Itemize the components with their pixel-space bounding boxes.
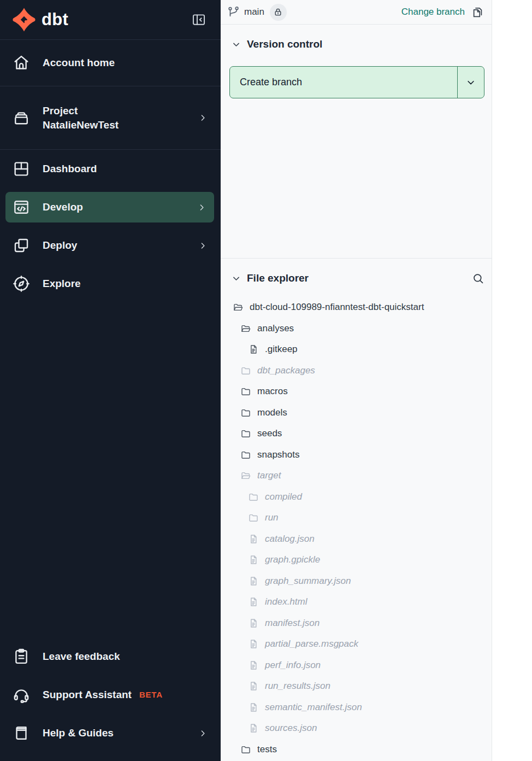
sidebar-item-sublabel: NatalieNewTest bbox=[43, 118, 119, 132]
tree-item-sources.json[interactable]: sources.json bbox=[221, 718, 492, 739]
git-branch-icon bbox=[227, 5, 240, 19]
sidebar-footer: Leave feedbackSupport AssistantBETAHelp … bbox=[0, 637, 221, 761]
tree-item-run_results.json[interactable]: run_results.json bbox=[221, 676, 492, 697]
search-icon bbox=[472, 272, 484, 285]
chevron-right-icon bbox=[198, 113, 208, 122]
folder-icon bbox=[248, 512, 259, 523]
tree-item-label: semantic_manifest.json bbox=[265, 702, 362, 713]
tree-item-label: dbt-cloud-109989-nfianntest-dbt-quicksta… bbox=[250, 302, 424, 313]
chevron-right-icon bbox=[198, 729, 208, 738]
dbt-logo[interactable]: dbt bbox=[12, 8, 68, 32]
sidebar-item-label: Explore bbox=[43, 277, 81, 291]
chevron-down-icon bbox=[232, 40, 241, 49]
book-icon bbox=[12, 724, 31, 742]
chevron-right-icon bbox=[197, 203, 206, 212]
file-icon bbox=[248, 681, 259, 692]
tree-item-seeds[interactable]: seeds bbox=[221, 423, 492, 444]
tree-item-models[interactable]: models bbox=[221, 402, 492, 424]
folder-icon bbox=[240, 365, 251, 376]
tree-item-target[interactable]: target bbox=[221, 465, 492, 487]
create-branch-label: Create branch bbox=[230, 67, 457, 98]
sidebar-item-help-guides[interactable]: Help & Guides bbox=[0, 714, 221, 752]
sidebar-item-label: Develop bbox=[43, 200, 83, 214]
current-branch-name: main bbox=[244, 7, 264, 17]
file-tree: dbt-cloud-109989-nfianntest-dbt-quicksta… bbox=[221, 294, 492, 760]
tree-item-compiled[interactable]: compiled bbox=[221, 487, 492, 508]
tree-item-manifest.json[interactable]: manifest.json bbox=[221, 613, 492, 634]
sidebar-item-deploy[interactable]: Deploy bbox=[0, 226, 221, 265]
tree-item-semantic_manifest.json[interactable]: semantic_manifest.json bbox=[221, 697, 492, 718]
sidebar-item-leave-feedback[interactable]: Leave feedback bbox=[0, 637, 221, 676]
file-icon bbox=[248, 660, 259, 671]
sidebar-item-label: Support Assistant bbox=[43, 688, 132, 702]
file-explorer-toggle[interactable]: File explorer bbox=[232, 272, 309, 284]
chevron-right-icon bbox=[198, 241, 208, 250]
file-icon bbox=[248, 554, 259, 565]
app-root: dbt Account homeProjectNatalieNewTestDas… bbox=[0, 0, 532, 761]
file-icon bbox=[248, 702, 259, 713]
change-branch-link[interactable]: Change branch bbox=[401, 7, 465, 17]
file-icon bbox=[248, 534, 259, 545]
tree-item-snapshots[interactable]: snapshots bbox=[221, 444, 492, 466]
tree-item-label: index.html bbox=[265, 596, 307, 607]
tree-item-partial_parse.msgpack[interactable]: partial_parse.msgpack bbox=[221, 634, 492, 655]
create-branch-button[interactable]: Create branch bbox=[229, 66, 484, 98]
create-branch-dropdown[interactable] bbox=[457, 67, 484, 98]
sidebar-nav: Account homeProjectNatalieNewTestDashboa… bbox=[0, 40, 221, 303]
code-window-icon bbox=[12, 198, 31, 216]
tree-item-tests[interactable]: tests bbox=[221, 739, 492, 760]
folder-icon bbox=[240, 449, 251, 460]
file-icon bbox=[248, 344, 259, 355]
tree-item-macros[interactable]: macros bbox=[221, 381, 492, 402]
search-files-button[interactable] bbox=[472, 272, 484, 285]
chevron-down-icon bbox=[466, 78, 476, 87]
beta-badge: BETA bbox=[139, 690, 163, 699]
tree-item-label: perf_info.json bbox=[265, 660, 321, 671]
tree-item-label: models bbox=[257, 407, 287, 418]
archive-icon bbox=[12, 109, 31, 127]
sidebar-item-account-home[interactable]: Account home bbox=[0, 40, 221, 86]
folder-open-icon bbox=[240, 470, 251, 481]
tree-item-run[interactable]: run bbox=[221, 507, 492, 529]
sidebar-item-develop[interactable]: Develop bbox=[0, 188, 221, 226]
tree-item-label: compiled bbox=[265, 491, 302, 502]
file-icon bbox=[248, 723, 259, 734]
version-control-section: Version control Create branch bbox=[221, 25, 492, 258]
sidebar-item-explore[interactable]: Explore bbox=[0, 265, 221, 303]
tree-item-dbt_packages[interactable]: dbt_packages bbox=[221, 360, 492, 382]
tree-item-label: target bbox=[257, 470, 281, 481]
sidebar-item-label: Dashboard bbox=[43, 162, 97, 176]
tree-item-graph_summary.json[interactable]: graph_summary.json bbox=[221, 571, 492, 592]
tree-item-index.html[interactable]: index.html bbox=[221, 592, 492, 613]
tree-item-label: macros bbox=[257, 386, 288, 397]
collapse-sidebar-button[interactable] bbox=[191, 12, 206, 27]
tree-item-label: analyses bbox=[257, 323, 294, 334]
sidebar-header: dbt bbox=[0, 0, 221, 39]
copy-branch-button[interactable] bbox=[471, 5, 484, 19]
file-explorer-section: File explorer dbt-cloud-109989-nfianntes… bbox=[221, 258, 492, 761]
file-icon bbox=[248, 639, 259, 649]
lock-icon bbox=[273, 7, 283, 17]
tree-item-dbt-cloud-109989-nfianntest-dbt-quickstart[interactable]: dbt-cloud-109989-nfianntest-dbt-quicksta… bbox=[221, 297, 492, 318]
sidebar-item-dashboard[interactable]: Dashboard bbox=[0, 150, 221, 188]
tree-item-graph.gpickle[interactable]: graph.gpickle bbox=[221, 549, 492, 571]
sidebar-item-support-assistant[interactable]: Support AssistantBETA bbox=[0, 676, 221, 714]
sidebar-item-label: Account home bbox=[43, 56, 115, 70]
brand-wordmark: dbt bbox=[42, 10, 68, 30]
sidebar-item-label: Leave feedback bbox=[43, 649, 120, 664]
tree-item-label: sources.json bbox=[265, 723, 317, 734]
tree-item-catalog.json[interactable]: catalog.json bbox=[221, 529, 492, 550]
branch-bar: main Change branch bbox=[221, 0, 492, 25]
sidebar-item-project[interactable]: ProjectNatalieNewTest bbox=[0, 86, 221, 149]
tree-item-label: run bbox=[265, 512, 279, 523]
copy-icon bbox=[471, 5, 484, 19]
tree-item-perf_info.json[interactable]: perf_info.json bbox=[221, 655, 492, 676]
tree-item-analyses[interactable]: analyses bbox=[221, 318, 492, 339]
folder-icon bbox=[240, 744, 251, 755]
tree-item-.gitkeep[interactable]: .gitkeep bbox=[221, 339, 492, 360]
collapse-sidebar-icon bbox=[191, 12, 206, 27]
version-control-toggle[interactable]: Version control bbox=[232, 38, 322, 50]
clipboard-icon bbox=[12, 647, 31, 666]
branch-lock-badge bbox=[270, 4, 287, 21]
version-control-header: Version control bbox=[221, 30, 492, 58]
